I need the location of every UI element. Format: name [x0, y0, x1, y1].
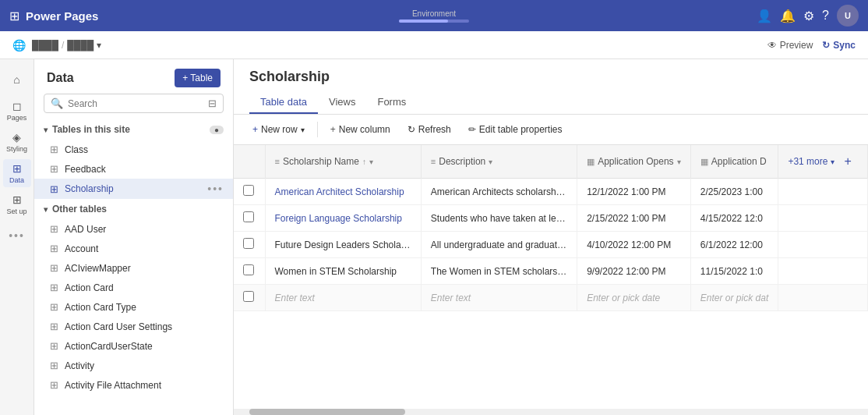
table-name-scholarship: Scholarship [65, 183, 114, 194]
chevron-other-icon: ▾ [44, 205, 48, 214]
add-column-button[interactable]: + [838, 151, 857, 172]
table-name-activity-file-attachment: Activity File Attachment [65, 380, 161, 391]
new-row-desc-placeholder[interactable]: Enter text [421, 285, 577, 311]
refresh-icon: ↻ [408, 124, 415, 135]
new-row-checkbox[interactable] [234, 285, 265, 311]
grid-icon[interactable]: ⊞ [9, 9, 19, 23]
top-nav-right: 👤 🔔 ⚙ ? U [576, 5, 859, 27]
table-item-action-card-type[interactable]: ⊞ Action Card Type [34, 297, 233, 317]
col-appd-icon: ▦ [700, 157, 708, 167]
table-row: Women in STEM Scholarship The Women in S… [234, 258, 868, 285]
sidebar-item-setup[interactable]: ⊞ Set up [3, 190, 31, 218]
grid-icon-action-card-user-settings: ⊞ [50, 321, 58, 332]
section-tables-in-site[interactable]: ▾ Tables in this site ● [34, 119, 233, 140]
preview-button[interactable]: 👁 Preview [767, 40, 813, 51]
row1-checkbox[interactable] [234, 179, 265, 205]
grid-icon-activity-file-attachment: ⊞ [50, 379, 58, 391]
col-app-d[interactable]: ▦ Application D [690, 145, 778, 179]
pages-icon: ◻ [12, 100, 22, 112]
data-panel-header: Data + Table [34, 59, 233, 94]
col-description[interactable]: ≡ Description ▾ [421, 145, 577, 179]
more-icon: ••• [9, 229, 25, 242]
sidebar-item-pages[interactable]: ◻ Pages [3, 97, 31, 125]
top-nav-left: ⊞ Power Pages [9, 9, 292, 23]
main-layout: ⌂ ◻ Pages ◈ Styling ⊞ Data ⊞ Set up ••• … [0, 59, 868, 415]
grid-icon-feedback: ⊞ [50, 163, 58, 175]
pages-label: Pages [7, 114, 27, 122]
tab-views[interactable]: Views [318, 91, 366, 114]
row4-extra [778, 258, 868, 285]
col-scholarship-name[interactable]: ≡ Scholarship Name ↑ ▾ [265, 145, 421, 179]
new-column-button[interactable]: + New column [324, 121, 397, 138]
bell-icon[interactable]: 🔔 [780, 9, 796, 23]
col-opens-icon: ▦ [587, 157, 595, 167]
sidebar-item-styling[interactable]: ◈ Styling [3, 128, 31, 156]
table-row: American Architect Scholarship American … [234, 179, 868, 205]
setup-label: Set up [6, 208, 26, 215]
col-appd-label: Application D [711, 156, 767, 167]
person-icon[interactable]: 👤 [757, 9, 772, 23]
filter-icon-name[interactable]: ▾ [369, 158, 373, 166]
app-title: Power Pages [26, 9, 98, 23]
other-section-label: Other tables [52, 204, 107, 215]
env-label: Environment [412, 9, 456, 18]
table-name-action-card: Action Card [65, 282, 114, 293]
table-item-aad-user[interactable]: ⊞ AAD User [34, 219, 233, 239]
scrollbar-thumb[interactable] [249, 409, 405, 415]
col-name-label: Scholarship Name [283, 156, 359, 167]
table-item-account[interactable]: ⊞ Account [34, 239, 233, 258]
table-name-class: Class [65, 144, 88, 155]
row4-opens: 9/9/2022 12:00 PM [577, 258, 691, 285]
sort-icon[interactable]: ↑ [362, 158, 366, 166]
breadcrumb-chevron[interactable]: ▾ [97, 40, 101, 51]
table-item-activity-file-attachment[interactable]: ⊞ Activity File Attachment [34, 375, 233, 395]
new-row-button[interactable]: + New row ▾ [246, 121, 311, 138]
more-cols-chevron[interactable]: ▾ [831, 158, 834, 166]
help-icon[interactable]: ? [822, 9, 829, 23]
add-table-button[interactable]: + Table [175, 69, 221, 87]
table-item-class[interactable]: ⊞ Class [34, 140, 233, 159]
row4-checkbox[interactable] [234, 258, 265, 285]
breadcrumb-item1: ████ [32, 40, 58, 51]
col-app-opens[interactable]: ▦ Application Opens ▾ [577, 145, 691, 179]
tab-forms[interactable]: Forms [366, 91, 417, 114]
filter-icon-desc[interactable]: ▾ [489, 158, 492, 166]
table-item-action-card[interactable]: ⊞ Action Card [34, 278, 233, 297]
table-item-scholarship[interactable]: ⊞ Scholarship ••• [34, 179, 233, 199]
section-other-tables[interactable]: ▾ Other tables [34, 199, 233, 219]
table-name-action-card-type: Action Card Type [65, 302, 136, 313]
top-nav: ⊞ Power Pages Environment 👤 🔔 ⚙ ? U [0, 0, 868, 31]
filter-icon[interactable]: ⊟ [208, 98, 217, 109]
settings-icon[interactable]: ⚙ [803, 9, 814, 23]
more-button-scholarship[interactable]: ••• [207, 183, 224, 195]
new-row-appd-placeholder[interactable]: Enter or pick dat [690, 285, 778, 311]
new-row-chevron[interactable]: ▾ [301, 126, 305, 134]
table-item-action-card-user-settings[interactable]: ⊞ Action Card User Settings [34, 317, 233, 336]
grid-icon-aciviewmapper: ⊞ [50, 262, 58, 274]
row2-checkbox[interactable] [234, 205, 265, 232]
new-row-opens-placeholder[interactable]: Enter or pick date [577, 285, 691, 311]
filter-icon-opens[interactable]: ▾ [677, 158, 681, 166]
row3-checkbox[interactable] [234, 232, 265, 258]
sidebar-item-data[interactable]: ⊞ Data [3, 159, 31, 187]
avatar[interactable]: U [837, 5, 859, 27]
table-item-activity[interactable]: ⊞ Activity [34, 356, 233, 375]
row1-extra [778, 179, 868, 205]
table-item-actioncarduserstate[interactable]: ⊞ ActionCardUserState [34, 336, 233, 356]
sidebar-item-home[interactable]: ⌂ [3, 66, 31, 94]
row2-name[interactable]: Foreign Language Scholarship [265, 205, 421, 232]
more-cols[interactable]: +31 more ▾ + [788, 151, 858, 172]
tab-table-data[interactable]: Table data [249, 91, 318, 114]
refresh-button[interactable]: ↻ Refresh [401, 121, 457, 138]
search-input[interactable] [68, 98, 203, 109]
new-row-name-placeholder[interactable]: Enter text [265, 285, 421, 311]
table-item-aciviewmapper[interactable]: ⊞ ACIviewMapper [34, 258, 233, 278]
table-item-feedback[interactable]: ⊞ Feedback [34, 159, 233, 179]
sidebar-item-more[interactable]: ••• [3, 222, 31, 250]
edit-props-button[interactable]: ✏ Edit table properties [462, 121, 569, 138]
refresh-label: Refresh [418, 124, 451, 135]
row1-name[interactable]: American Architect Scholarship [265, 179, 421, 205]
horizontal-scrollbar[interactable] [234, 409, 868, 415]
sync-button[interactable]: ↻ Sync [822, 40, 856, 51]
row1-appd: 2/25/2023 1:00 [690, 179, 778, 205]
